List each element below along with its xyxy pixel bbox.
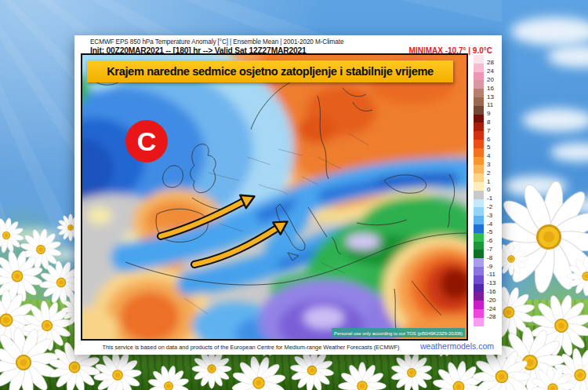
scale-label: 24 bbox=[487, 68, 494, 75]
scale-cell bbox=[474, 233, 484, 242]
scale-cell bbox=[474, 106, 484, 115]
scale-cell bbox=[474, 148, 484, 157]
scale-label: -13 bbox=[487, 280, 496, 286]
map-frame: C Personal use only according to our TOS… bbox=[81, 53, 468, 341]
scale-label: -7 bbox=[487, 246, 492, 253]
scale-cell bbox=[474, 250, 484, 258]
cloud bbox=[522, 108, 588, 132]
scale-cell bbox=[474, 216, 484, 224]
scale-cell bbox=[474, 64, 484, 72]
brand-link[interactable]: weathermodels.com bbox=[420, 341, 494, 351]
grass-left bbox=[0, 202, 86, 320]
weather-map: C Personal use only according to our TOS… bbox=[82, 55, 466, 339]
color-scale: 2824201613119876543210-1-2-3-4-5-6-7-8-9… bbox=[474, 55, 502, 326]
scale-label: -28 bbox=[487, 314, 496, 320]
scale-label: 5 bbox=[487, 144, 490, 151]
scale-label: -6 bbox=[487, 238, 492, 244]
grass-right bbox=[490, 247, 588, 326]
scene: ECMWF EPS 850 hPa Temperature Anomaly [°… bbox=[0, 0, 588, 390]
headline-text: Krajem naredne sedmice osjetno zatopljen… bbox=[107, 65, 434, 78]
scale-label: 8 bbox=[487, 119, 490, 126]
scale-cell bbox=[474, 275, 484, 284]
scale-label: 7 bbox=[487, 128, 490, 134]
scale-label: -8 bbox=[487, 255, 492, 261]
scale-cell bbox=[474, 115, 484, 123]
scale-cell bbox=[474, 157, 484, 166]
cyclone-letter: C bbox=[137, 126, 157, 156]
forecast-panel: ECMWF EPS 850 hPa Temperature Anomaly [°… bbox=[74, 35, 502, 355]
scale-cell bbox=[474, 224, 484, 233]
scale-cell bbox=[474, 284, 484, 293]
scale-label: 2 bbox=[487, 170, 490, 177]
scale-cell bbox=[474, 301, 484, 309]
anomaly-shading bbox=[82, 55, 466, 339]
scale-cell bbox=[474, 131, 484, 140]
scale-label: 1 bbox=[487, 179, 490, 185]
panel-footer: This service is based on data and produc… bbox=[81, 341, 495, 354]
scale-cell bbox=[474, 207, 484, 216]
scale-label: 11 bbox=[487, 102, 493, 108]
tos-text: Personal use only according to our TOS (… bbox=[334, 330, 463, 336]
headline-banner: Krajem naredne sedmice osjetno zatopljen… bbox=[87, 60, 453, 82]
scale-cell bbox=[474, 55, 484, 64]
scale-label: 16 bbox=[487, 86, 494, 92]
scale-cell bbox=[474, 242, 484, 250]
scale-cell bbox=[474, 191, 484, 199]
scale-label: -1 bbox=[487, 195, 492, 202]
cyclone-marker: C bbox=[125, 120, 168, 162]
scale-cell bbox=[474, 173, 484, 182]
tos-note: Personal use only according to our TOS (… bbox=[332, 328, 465, 337]
scale-cell bbox=[474, 97, 484, 106]
disclaimer-text: This service is based on data and produc… bbox=[81, 344, 421, 351]
scale-label: 4 bbox=[487, 153, 490, 159]
scale-cell bbox=[474, 122, 484, 131]
scale-cell bbox=[474, 89, 484, 97]
scale-label: -2 bbox=[487, 204, 492, 210]
scale-label: -20 bbox=[487, 297, 496, 304]
scale-cell bbox=[474, 182, 484, 191]
scale-cell bbox=[474, 72, 484, 81]
scale-cell bbox=[474, 165, 484, 173]
scale-label: -16 bbox=[487, 289, 496, 295]
scale-cell bbox=[474, 80, 484, 89]
scale-cell bbox=[474, 318, 484, 326]
scale-cell bbox=[474, 292, 484, 301]
scale-label: 9 bbox=[487, 111, 490, 117]
scale-cell bbox=[474, 258, 484, 267]
scale-label: -9 bbox=[487, 264, 492, 270]
scale-label: 0 bbox=[487, 187, 490, 193]
scale-label: 20 bbox=[487, 77, 494, 83]
scale-label: -3 bbox=[487, 213, 492, 219]
cloud bbox=[503, 176, 568, 196]
scale-label: 28 bbox=[487, 60, 494, 66]
scale-label: 13 bbox=[487, 94, 494, 100]
scale-cell bbox=[474, 267, 484, 275]
scale-label: -5 bbox=[487, 229, 492, 235]
scale-label: -24 bbox=[487, 306, 496, 312]
scale-label: 3 bbox=[487, 162, 490, 168]
scale-cell bbox=[474, 309, 484, 318]
scale-cell bbox=[474, 199, 484, 208]
chart-title: ECMWF EPS 850 hPa Temperature Anomaly [°… bbox=[90, 38, 343, 46]
scale-cell bbox=[474, 140, 484, 148]
scale-label: 6 bbox=[487, 137, 490, 143]
scale-label: -4 bbox=[487, 221, 492, 228]
scale-label: -11 bbox=[487, 272, 495, 278]
